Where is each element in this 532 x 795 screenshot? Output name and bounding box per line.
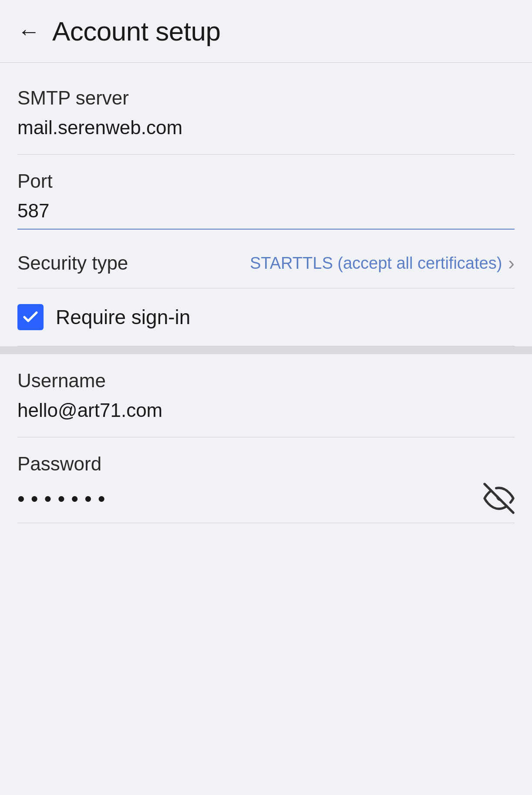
password-row: ••••••• <box>17 483 515 523</box>
page-title: Account setup <box>52 16 220 47</box>
require-signin-checkbox[interactable] <box>17 304 44 330</box>
smtp-server-label: SMTP server <box>17 87 515 109</box>
password-label: Password <box>17 453 515 475</box>
checkmark-icon <box>21 308 40 326</box>
smtp-server-field: SMTP server mail.serenweb.com <box>17 71 515 154</box>
port-label: Port <box>17 170 515 192</box>
smtp-server-section: SMTP server mail.serenweb.com Port 587 S… <box>0 71 532 346</box>
toggle-password-visibility-button[interactable] <box>483 483 515 514</box>
back-button[interactable]: ← <box>17 20 40 43</box>
security-type-label: Security type <box>17 252 128 274</box>
top-spacer <box>0 63 532 71</box>
password-field: Password ••••••• <box>17 437 515 532</box>
port-field: Port 587 <box>17 155 515 238</box>
chevron-right-icon: › <box>508 254 515 273</box>
account-setup-screen: ← Account setup SMTP server mail.serenwe… <box>0 0 532 795</box>
require-signin-label: Require sign-in <box>56 305 190 329</box>
header: ← Account setup <box>0 0 532 62</box>
require-signin-row[interactable]: Require sign-in <box>17 288 515 346</box>
security-type-value-group: STARTTLS (accept all certificates) › <box>250 254 515 273</box>
port-value[interactable]: 587 <box>17 200 515 230</box>
credentials-section: Username hello@art71.com Password ••••••… <box>0 354 532 532</box>
smtp-server-value[interactable]: mail.serenweb.com <box>17 117 515 145</box>
section-separator <box>0 346 532 354</box>
username-value[interactable]: hello@art71.com <box>17 399 515 428</box>
username-label: Username <box>17 370 515 392</box>
username-field: Username hello@art71.com <box>17 354 515 437</box>
password-value[interactable]: ••••••• <box>17 487 111 511</box>
security-type-row[interactable]: Security type STARTTLS (accept all certi… <box>17 238 515 288</box>
security-type-value: STARTTLS (accept all certificates) <box>250 254 502 273</box>
